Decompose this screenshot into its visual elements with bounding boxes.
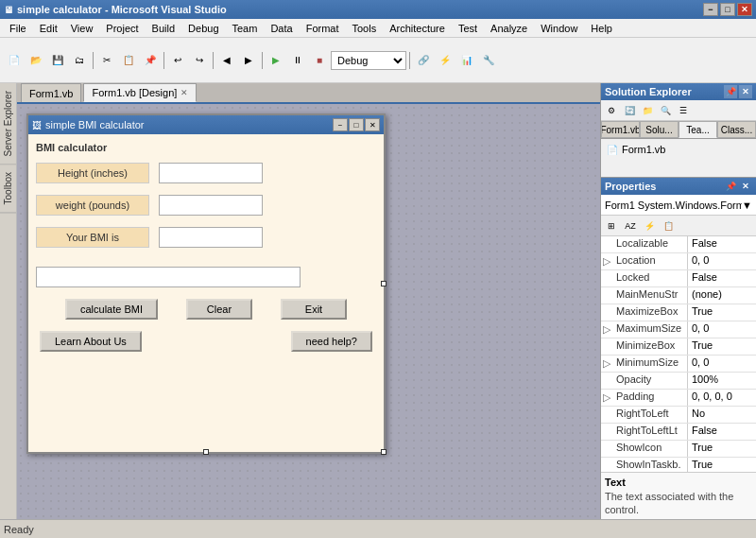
props-dropdown-icon[interactable]: ▼ [742,200,752,211]
debug-dropdown[interactable]: Debug Release [331,51,406,70]
copy-btn[interactable]: 📋 [118,50,139,71]
close-button[interactable]: ✕ [737,3,752,16]
nav-fwd-btn[interactable]: ▶ [238,50,259,71]
save-all-btn[interactable]: 🗂 [69,50,90,71]
tab-form1-vb[interactable]: Form1.vb [21,83,81,102]
prop-row[interactable]: RightToLeftLtFalse [601,424,756,441]
server-explorer-tab[interactable]: Server Explorer [0,83,16,165]
props-pages-btn[interactable]: 📋 [660,217,677,234]
prop-row[interactable]: RightToLeftNo [601,407,756,424]
menu-view[interactable]: View [65,21,99,36]
menu-architecture[interactable]: Architecture [384,21,451,36]
props-alphabetical-btn[interactable]: AZ [622,217,639,234]
sol-pin-btn[interactable]: 📌 [724,85,737,98]
prop-expand-icon[interactable]: ▷ [601,356,612,372]
prop-row[interactable]: ▷MaximumSize0, 0 [601,321,756,338]
prop-expand-icon[interactable]: ▷ [601,253,612,269]
prop-expand-icon[interactable]: ▷ [601,321,612,338]
need-help-btn[interactable]: need help? [291,331,372,352]
menu-analyze[interactable]: Analyze [485,21,533,36]
prop-expand-icon[interactable]: ▷ [601,390,612,406]
prop-row[interactable]: ShowIconTrue [601,441,756,458]
form-window[interactable]: 🖼 simple BMI calculator − □ ✕ BMI calcul… [26,113,386,454]
sol-tab-solution[interactable]: Solu... [640,121,679,138]
form-minimize-btn[interactable]: − [333,118,348,131]
design-canvas[interactable]: 🖼 simple BMI calculator − □ ✕ BMI calcul… [17,104,600,519]
tab-form1-design[interactable]: Form1.vb [Design] ✕ [83,83,197,102]
props-close-btn[interactable]: ✕ [739,180,752,193]
learn-about-btn[interactable]: Learn About Us [40,331,142,352]
menu-window[interactable]: Window [535,21,583,36]
sol-close-btn[interactable]: ✕ [739,85,752,98]
nav-back-btn[interactable]: ◀ [216,50,237,71]
menu-test[interactable]: Test [453,21,483,36]
prop-row[interactable]: MaximizeBoxTrue [601,304,756,321]
prop-row[interactable]: LocalizableFalse [601,236,756,253]
undo-btn[interactable]: ↩ [167,50,188,71]
extra-textbox[interactable] [36,267,301,287]
attach-btn[interactable]: 🔗 [413,50,434,71]
props-pin-btn[interactable]: 📌 [724,180,737,193]
sol-tool5[interactable]: ☰ [675,102,692,119]
resize-bottom-right[interactable] [381,449,387,455]
minimize-button[interactable]: − [703,3,718,16]
start-btn[interactable]: ▶ [266,50,286,71]
sol-tool2[interactable]: 🔄 [621,102,638,119]
clear-btn[interactable]: Clear [186,299,252,320]
prop-row[interactable]: Opacity100% [601,373,756,390]
props-categorized-btn[interactable]: ⊞ [603,217,620,234]
menu-team[interactable]: Team [227,21,264,36]
perf-btn[interactable]: 📊 [456,50,477,71]
cut-btn[interactable]: ✂ [96,50,117,71]
paste-btn[interactable]: 📌 [140,50,161,71]
redo-btn[interactable]: ↪ [189,50,210,71]
prop-row[interactable]: LockedFalse [601,270,756,287]
menu-format[interactable]: Format [301,21,345,36]
prop-row[interactable]: ▷MinimumSize0, 0 [601,356,756,373]
bmi-result-input[interactable] [159,227,263,248]
ext-btn[interactable]: 🔧 [478,50,499,71]
form-maximize-btn[interactable]: □ [349,118,364,131]
exit-btn[interactable]: Exit [281,299,347,320]
sol-tool4[interactable]: 🔍 [657,102,674,119]
prop-row[interactable]: ShowInTaskb.True [601,458,756,472]
weight-input[interactable] [159,195,263,216]
menu-project[interactable]: Project [100,21,144,36]
sol-tool3[interactable]: 📁 [639,102,656,119]
properties-object[interactable]: Form1 System.Windows.Forms.Fo ▼ [601,195,756,216]
menu-file[interactable]: File [4,21,32,36]
menu-build[interactable]: Build [146,21,180,36]
exc-btn[interactable]: ⚡ [435,50,455,71]
save-btn[interactable]: 💾 [47,50,68,71]
open-btn[interactable]: 📂 [26,50,46,71]
menu-help[interactable]: Help [585,21,618,36]
sol-tab-form[interactable]: Form1.vb [601,121,640,138]
prop-name: MainMenuStr [612,287,688,304]
prop-row[interactable]: ▷Padding0, 0, 0, 0 [601,390,756,407]
stop-btn[interactable]: ■ [309,50,330,71]
prop-name: MinimumSize [612,356,688,372]
height-input[interactable] [159,163,263,183]
resize-right-center[interactable] [381,281,387,286]
menu-tools[interactable]: Tools [347,21,383,36]
resize-bottom-center[interactable] [203,449,209,455]
calculate-btn[interactable]: calculate BMI [65,299,158,320]
prop-row[interactable]: ▷Location0, 0 [601,253,756,270]
maximize-button[interactable]: □ [720,3,735,16]
tab-close-icon[interactable]: ✕ [180,88,188,97]
pause-btn[interactable]: ⏸ [287,50,308,71]
sol-tool1[interactable]: ⚙ [603,102,620,119]
sol-tab-class[interactable]: Class... [717,121,756,138]
menu-data[interactable]: Data [265,21,298,36]
new-project-btn[interactable]: 📄 [4,50,25,71]
toolbox-tab[interactable]: Toolbox [0,165,16,213]
props-events-btn[interactable]: ⚡ [641,217,658,234]
sol-tab-tea[interactable]: Tea... [679,121,717,138]
prop-row[interactable]: MinimizeBoxTrue [601,338,756,356]
form-close-btn[interactable]: ✕ [365,118,380,131]
menu-edit[interactable]: Edit [34,21,63,36]
prop-row[interactable]: MainMenuStr(none) [601,287,756,304]
menu-debug[interactable]: Debug [182,21,224,36]
tree-form1[interactable]: 📄 Form1.vb [605,143,752,156]
properties-grid: LocalizableFalse▷Location0, 0 LockedFals… [601,236,756,472]
